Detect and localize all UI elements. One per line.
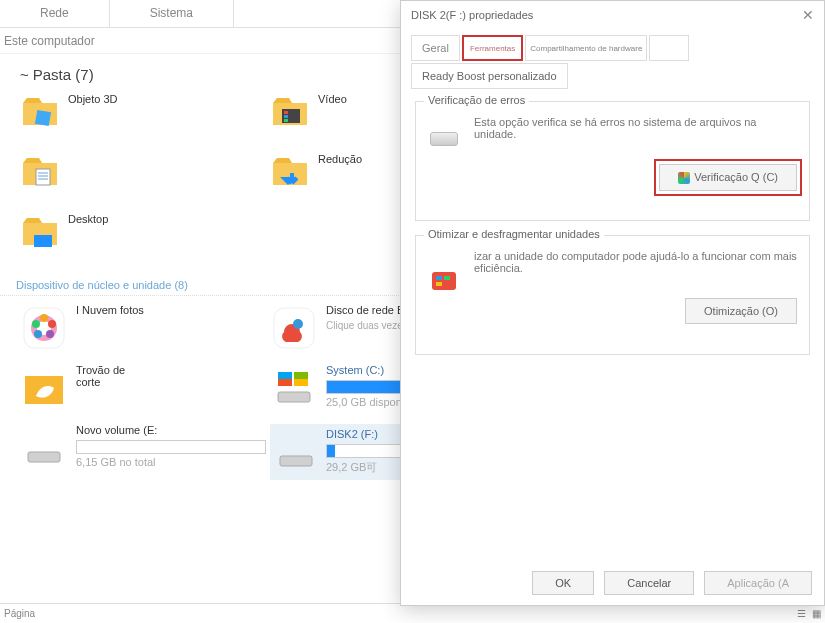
properties-dialog: DISK 2(F :) propriedades ✕ Geral Ferrame… <box>400 0 825 606</box>
drive-progress <box>76 440 266 454</box>
folder-objeto3d[interactable]: Objeto 3D <box>20 91 270 147</box>
folder-label: Objeto 3D <box>68 91 118 105</box>
folder-label: Vídeo <box>318 91 347 105</box>
folder-label: Desktop <box>68 211 108 225</box>
svg-point-17 <box>34 330 42 338</box>
windows-drive-icon <box>270 364 318 412</box>
icloud-photos-icon <box>20 304 68 352</box>
status-page: Página <box>4 608 35 619</box>
svg-rect-2 <box>284 111 288 114</box>
group-desc: Esta opção verifica se há erros no siste… <box>474 116 797 140</box>
svg-point-18 <box>32 320 40 328</box>
hdd-icon <box>274 428 318 476</box>
list-view-icon[interactable]: ☰ <box>797 608 806 619</box>
svg-rect-30 <box>432 272 456 290</box>
svg-point-14 <box>40 314 48 322</box>
group-error-check: Verificação de erros Esta opção verifica… <box>415 101 810 221</box>
folder-desktop[interactable]: Desktop <box>20 211 270 267</box>
svg-rect-33 <box>436 282 442 286</box>
svg-rect-7 <box>36 169 50 185</box>
group-legend: Verificação de erros <box>424 94 529 106</box>
tab-rede[interactable]: Rede <box>0 0 109 27</box>
cancel-button[interactable]: Cancelar <box>604 571 694 595</box>
ok-button[interactable]: OK <box>532 571 594 595</box>
svg-rect-28 <box>28 452 60 462</box>
svg-rect-31 <box>436 276 442 280</box>
dialog-title-text: DISK 2(F :) propriedades <box>411 9 533 21</box>
device-label: I Nuvem fotos <box>76 304 270 316</box>
group-desc: izar a unidade do computador pode ajudá-… <box>474 250 797 274</box>
folder-label: Redução <box>318 151 362 165</box>
tab-readyboost[interactable]: Ready Boost personalizado <box>411 63 568 89</box>
hdd-icon <box>20 424 68 472</box>
check-button[interactable]: Verificação Q (C) <box>659 164 797 191</box>
drive-volume-e[interactable]: Novo volume (E: 6,15 GB no total <box>20 424 270 480</box>
tab-geral[interactable]: Geral <box>411 35 460 61</box>
dialog-body: Verificação de erros Esta opção verifica… <box>401 89 824 381</box>
tab-hardware[interactable]: Compartilhamento de hardware <box>525 35 647 61</box>
grid-view-icon[interactable]: ▦ <box>812 608 821 619</box>
view-switcher[interactable]: ☰▦ <box>791 608 821 619</box>
folder-icon-doc <box>20 151 60 191</box>
svg-rect-11 <box>34 235 52 247</box>
svg-rect-4 <box>284 119 288 122</box>
drive-label: Novo volume (E: <box>76 424 270 436</box>
folders-title: Pasta (7) <box>33 66 94 83</box>
defrag-icon <box>430 266 458 297</box>
hdd-icon <box>430 132 458 146</box>
group-defrag: Otimizar e desfragmentar unidades izar a… <box>415 235 810 355</box>
svg-point-16 <box>46 330 54 338</box>
group-legend: Otimizar e desfragmentar unidades <box>424 228 604 240</box>
tab-sistema[interactable]: Sistema <box>109 0 233 27</box>
baidu-netdisk-icon <box>270 304 318 352</box>
apply-button[interactable]: Aplicação (A <box>704 571 812 595</box>
hummingbird-icon <box>20 364 68 412</box>
svg-rect-26 <box>294 379 308 386</box>
device-icloud[interactable]: I Nuvem fotos <box>20 304 270 352</box>
status-bar: Página ☰▦ <box>0 603 825 623</box>
svg-rect-0 <box>35 110 51 126</box>
svg-point-20 <box>293 319 303 329</box>
folder-icon-download <box>270 151 310 191</box>
optimize-button[interactable]: Otimização (O) <box>685 298 797 324</box>
device-trovao[interactable]: Trovão de corte <box>20 364 270 412</box>
svg-rect-32 <box>444 276 450 280</box>
collapse-toggle[interactable]: ~ <box>20 66 29 83</box>
close-icon[interactable]: ✕ <box>802 7 814 23</box>
dialog-buttons: OK Cancelar Aplicação (A <box>532 571 812 595</box>
svg-rect-3 <box>284 115 288 118</box>
svg-rect-22 <box>278 392 310 402</box>
folder-icon-3d <box>20 91 60 131</box>
tab-blank[interactable] <box>649 35 689 61</box>
tab-ferramentas[interactable]: Ferramentas <box>462 35 523 61</box>
folder-icon-desktop <box>20 211 60 251</box>
svg-rect-25 <box>278 372 292 379</box>
device-label: Trovão de corte <box>76 364 270 388</box>
drive-free: 6,15 GB no total <box>76 456 270 468</box>
folder-document[interactable] <box>20 151 270 207</box>
svg-point-15 <box>48 320 56 328</box>
folder-icon-video <box>270 91 310 131</box>
properties-tabs: Geral Ferramentas Compartilhamento de ha… <box>401 29 824 89</box>
svg-rect-29 <box>280 456 312 466</box>
dialog-titlebar[interactable]: DISK 2(F :) propriedades ✕ <box>401 1 824 29</box>
shield-icon <box>678 172 690 184</box>
